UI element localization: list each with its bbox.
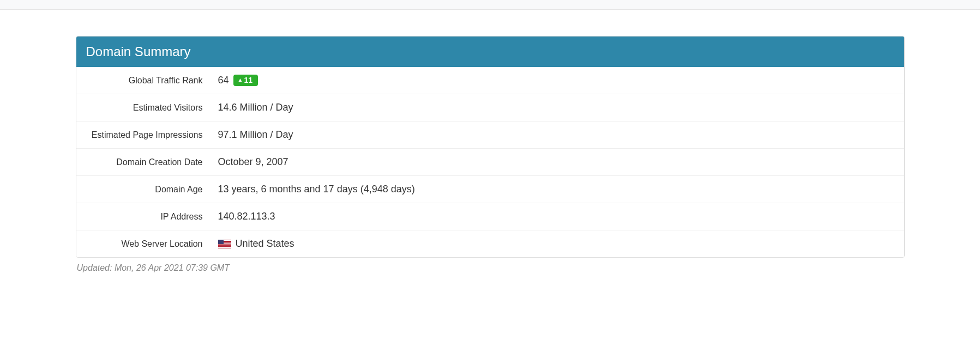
row-ip: IP Address 140.82.113.3 <box>76 203 904 230</box>
label-visitors: Estimated Visitors <box>76 103 213 113</box>
row-impressions: Estimated Page Impressions 97.1 Million … <box>76 121 904 149</box>
updated-timestamp: Updated: Mon, 26 Apr 2021 07:39 GMT <box>76 258 905 278</box>
us-flag-icon <box>218 240 231 248</box>
value-visitors: 14.6 Million / Day <box>213 102 904 113</box>
row-creation: Domain Creation Date October 9, 2007 <box>76 149 904 176</box>
arrow-up-icon: ▲ <box>238 77 243 83</box>
value-traffic-rank: 64 ▲ 11 <box>213 75 904 86</box>
label-traffic-rank: Global Traffic Rank <box>76 76 213 86</box>
label-impressions: Estimated Page Impressions <box>76 130 213 140</box>
value-impressions: 97.1 Million / Day <box>213 129 904 141</box>
row-location: Web Server Location United States <box>76 230 904 257</box>
row-traffic-rank: Global Traffic Rank 64 ▲ 11 <box>76 67 904 94</box>
rank-delta-badge: ▲ 11 <box>233 75 258 86</box>
value-age: 13 years, 6 months and 17 days (4,948 da… <box>213 184 904 195</box>
label-ip: IP Address <box>76 212 213 222</box>
row-visitors: Estimated Visitors 14.6 Million / Day <box>76 94 904 121</box>
value-creation: October 9, 2007 <box>213 156 904 168</box>
value-ip: 140.82.113.3 <box>213 211 904 222</box>
domain-summary-panel: Domain Summary Global Traffic Rank 64 ▲ … <box>76 36 905 258</box>
location-text: United States <box>236 238 294 249</box>
panel-title: Domain Summary <box>76 36 904 67</box>
top-bar <box>0 0 980 10</box>
rank-delta-value: 11 <box>244 76 252 85</box>
main-container: Domain Summary Global Traffic Rank 64 ▲ … <box>65 10 916 278</box>
label-location: Web Server Location <box>76 239 213 249</box>
label-creation: Domain Creation Date <box>76 157 213 167</box>
traffic-rank-number: 64 <box>218 75 229 86</box>
row-age: Domain Age 13 years, 6 months and 17 day… <box>76 176 904 203</box>
label-age: Domain Age <box>76 185 213 194</box>
value-location: United States <box>213 238 904 249</box>
